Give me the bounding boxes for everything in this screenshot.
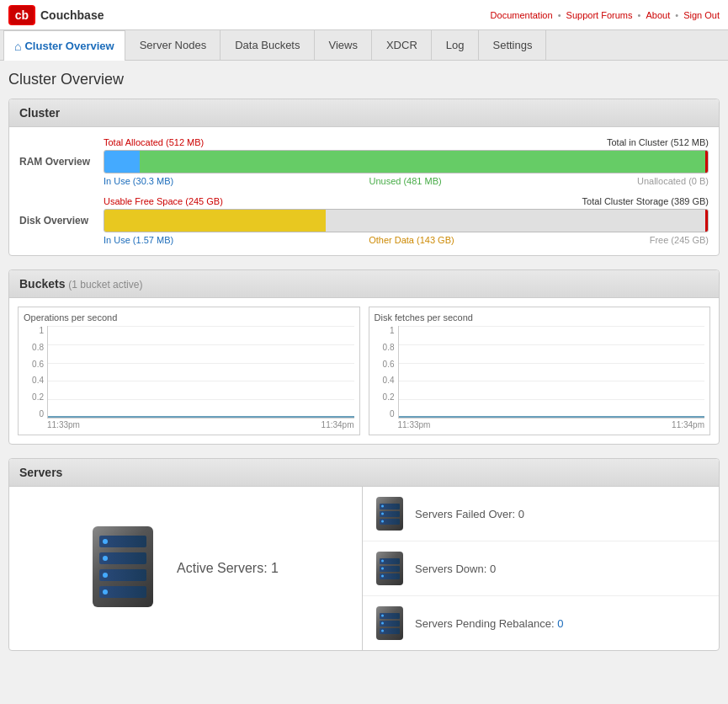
servers-down-text: Servers Down: 0 bbox=[415, 563, 496, 575]
signout-link[interactable]: Sign Out bbox=[683, 10, 720, 20]
buckets-section: Buckets (1 bucket active) Operations per… bbox=[8, 269, 720, 445]
failed-over-stat: Servers Failed Over: 0 bbox=[363, 487, 719, 541]
ram-label: RAM Overview bbox=[19, 156, 104, 168]
mini-drive-9 bbox=[380, 628, 400, 634]
header: cb Couchbase Documentation • Support For… bbox=[0, 0, 728, 30]
servers-rebalance-text: Servers Pending Rebalance: 0 bbox=[415, 617, 563, 630]
cluster-section: Cluster RAM Overview Total Allocated (51… bbox=[8, 99, 720, 256]
ram-allocated: Total Allocated (512 MB) bbox=[104, 137, 204, 147]
ops-x-labels: 11:33pm 11:34pm bbox=[24, 420, 354, 429]
disk-fetches-chart-plot bbox=[398, 326, 705, 419]
disk-x-labels: 11:33pm 11:34pm bbox=[375, 420, 705, 429]
disk-free-label: Free (245 GB) bbox=[650, 235, 709, 245]
servers-right: Servers Failed Over: 0 Servers Down: bbox=[363, 487, 719, 650]
servers-down-icon bbox=[376, 552, 403, 585]
servers-left: Active Servers: 1 bbox=[9, 487, 363, 650]
disk-usable: Usable Free Space (245 GB) bbox=[104, 196, 223, 206]
nav-log[interactable]: Log bbox=[432, 30, 479, 60]
ram-in-use-bar bbox=[104, 151, 140, 173]
nav-cluster-overview[interactable]: ⌂ Cluster Overview bbox=[3, 30, 125, 61]
server-drive-1 bbox=[99, 536, 146, 547]
ram-bar bbox=[104, 151, 708, 173]
grid-line-3b bbox=[399, 363, 705, 364]
disk-bar-container: Usable Free Space (245 GB) Total Cluster… bbox=[104, 196, 709, 245]
mini-drive-3 bbox=[380, 519, 400, 525]
disk-bar-top: Usable Free Space (245 GB) Total Cluster… bbox=[104, 196, 709, 206]
content: Cluster Overview Cluster RAM Overview To… bbox=[0, 61, 728, 675]
disk-fetches-chart: Disk fetches per second 1 0.8 0.6 0.4 0.… bbox=[369, 307, 711, 435]
mini-drive-4 bbox=[380, 558, 400, 564]
ops-chart-title: Operations per second bbox=[24, 312, 354, 323]
failed-over-icon bbox=[376, 497, 403, 531]
disk-free-bar bbox=[326, 210, 705, 232]
logo: cb Couchbase bbox=[8, 5, 104, 25]
home-icon: ⌂ bbox=[14, 40, 21, 53]
ops-chart-line bbox=[48, 416, 354, 418]
grid-line-5b bbox=[399, 399, 705, 400]
grid-line-2b bbox=[399, 344, 705, 345]
nav-data-buckets[interactable]: Data Buckets bbox=[221, 30, 314, 60]
disk-overview-row: Disk Overview Usable Free Space (245 GB)… bbox=[19, 196, 709, 245]
grid-line-4 bbox=[48, 381, 354, 381]
nav-xdcr[interactable]: XDCR bbox=[372, 30, 432, 60]
ops-y-axis: 1 0.8 0.6 0.4 0.2 0 bbox=[24, 326, 47, 419]
ram-bar-bottom: In Use (30.3 MB) Unused (481 MB) Unalloc… bbox=[104, 176, 709, 186]
failed-over-text: Servers Failed Over: 0 bbox=[415, 508, 524, 520]
buckets-title: Buckets bbox=[19, 277, 65, 291]
svg-text:cb: cb bbox=[15, 8, 29, 22]
mini-drive-6 bbox=[380, 573, 400, 579]
ram-bar-top: Total Allocated (512 MB) Total in Cluste… bbox=[104, 137, 709, 147]
support-link[interactable]: Support Forums bbox=[566, 10, 633, 20]
disk-fetches-line bbox=[399, 416, 705, 418]
ram-unused-bar bbox=[140, 151, 706, 173]
ram-total: Total in Cluster (512 MB) bbox=[607, 137, 709, 147]
ram-overview-row: RAM Overview Total Allocated (512 MB) To… bbox=[19, 137, 709, 186]
header-links: Documentation • Support Forums • About •… bbox=[491, 10, 720, 20]
mini-drive-1 bbox=[380, 504, 400, 509]
disk-label: Disk Overview bbox=[19, 215, 104, 227]
disk-end-marker bbox=[705, 210, 708, 232]
mini-drive-7 bbox=[380, 613, 400, 619]
grid-line-3 bbox=[48, 363, 354, 364]
disk-bar bbox=[104, 210, 708, 232]
logo-icon: cb bbox=[8, 5, 35, 25]
buckets-section-header: Buckets (1 bucket active) bbox=[9, 270, 719, 298]
nav-settings[interactable]: Settings bbox=[479, 30, 547, 60]
ops-chart-area: 1 0.8 0.6 0.4 0.2 0 bbox=[24, 326, 354, 419]
grid-line-2 bbox=[48, 344, 354, 345]
cluster-section-body: RAM Overview Total Allocated (512 MB) To… bbox=[9, 127, 719, 255]
disk-bar-bottom: In Use (1.57 MB) Other Data (143 GB) Fre… bbox=[104, 235, 709, 245]
disk-total: Total Cluster Storage (389 GB) bbox=[582, 196, 709, 206]
ram-in-use-label: In Use (30.3 MB) bbox=[104, 176, 173, 186]
disk-bar-wrapper bbox=[104, 209, 709, 232]
server-mini-box-3 bbox=[376, 606, 403, 640]
server-mini-box-2 bbox=[376, 552, 403, 585]
about-link[interactable]: About bbox=[646, 10, 670, 20]
servers-down-stat: Servers Down: 0 bbox=[363, 541, 719, 596]
disk-fetches-chart-area: 1 0.8 0.6 0.4 0.2 0 bbox=[375, 326, 705, 419]
server-image bbox=[93, 526, 160, 611]
documentation-link[interactable]: Documentation bbox=[491, 10, 553, 20]
page-title: Cluster Overview bbox=[8, 71, 720, 88]
logo-text: Couchbase bbox=[40, 8, 104, 22]
ops-chart-plot bbox=[47, 326, 354, 419]
nav-views[interactable]: Views bbox=[315, 30, 372, 60]
server-box bbox=[93, 526, 153, 607]
grid-line-1 bbox=[48, 326, 354, 327]
ram-bar-wrapper bbox=[104, 150, 709, 173]
active-servers-label: Active Servers: 1 bbox=[177, 561, 279, 576]
nav-server-nodes[interactable]: Server Nodes bbox=[125, 30, 221, 60]
mini-drive-5 bbox=[380, 566, 400, 572]
disk-y-axis: 1 0.8 0.6 0.4 0.2 0 bbox=[375, 326, 398, 419]
server-drive-3 bbox=[99, 569, 146, 581]
ram-end-marker bbox=[705, 151, 708, 173]
servers-rebalance-stat: Servers Pending Rebalance: 0 bbox=[363, 596, 719, 650]
servers-rebalance-icon bbox=[376, 606, 403, 640]
server-drive-2 bbox=[99, 552, 146, 564]
disk-other-label: Other Data (143 GB) bbox=[369, 235, 454, 245]
charts-row: Operations per second 1 0.8 0.6 0.4 0.2 … bbox=[9, 298, 719, 444]
disk-other-bar bbox=[104, 210, 326, 232]
servers-section-header: Servers bbox=[9, 459, 719, 487]
ram-unallocated-label: Unallocated (0 B) bbox=[637, 176, 709, 186]
grid-line-1b bbox=[399, 326, 705, 327]
